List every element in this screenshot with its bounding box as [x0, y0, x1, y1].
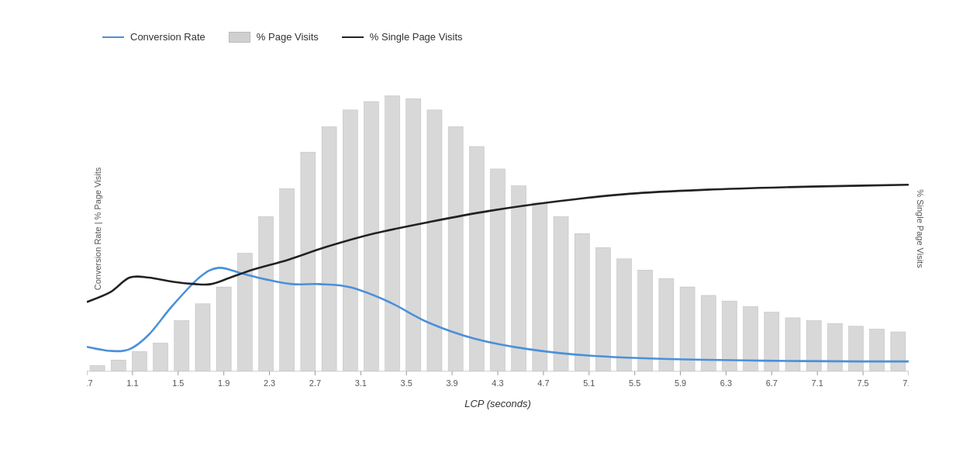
svg-rect-3	[154, 344, 168, 371]
svg-text:2.3: 2.3	[264, 378, 275, 387]
svg-rect-27	[659, 278, 674, 371]
svg-text:7.9: 7.9	[902, 378, 909, 387]
svg-text:1.5: 1.5	[172, 378, 184, 387]
svg-rect-19	[490, 169, 505, 371]
svg-text:0.7: 0.7	[87, 378, 93, 387]
chart-area: Conversion Rate | % Page Visits % Single…	[87, 66, 909, 392]
legend-line-black	[342, 36, 364, 38]
legend-bar-gray	[229, 32, 250, 43]
svg-rect-14	[385, 96, 400, 371]
svg-rect-33	[785, 318, 800, 371]
svg-rect-0	[90, 366, 105, 371]
svg-rect-8	[259, 217, 274, 371]
svg-text:3.5: 3.5	[401, 378, 412, 387]
svg-rect-36	[849, 326, 864, 371]
svg-rect-11	[322, 127, 336, 371]
svg-text:5.1: 5.1	[583, 378, 595, 387]
svg-rect-5	[195, 304, 210, 371]
svg-rect-38	[891, 332, 906, 371]
svg-text:7.5: 7.5	[857, 378, 868, 387]
svg-rect-32	[764, 312, 779, 371]
svg-text:6.3: 6.3	[720, 378, 732, 387]
svg-text:6.7: 6.7	[766, 378, 778, 387]
svg-rect-34	[806, 321, 821, 371]
svg-rect-22	[554, 217, 568, 371]
svg-text:4.7: 4.7	[537, 378, 549, 387]
svg-rect-35	[827, 323, 842, 371]
x-axis-label: LCP (seconds)	[87, 398, 909, 409]
svg-rect-4	[174, 321, 189, 371]
y-axis-right-label: % Single Page Visits	[915, 189, 924, 268]
svg-rect-37	[870, 329, 885, 371]
svg-text:7.1: 7.1	[812, 378, 823, 387]
svg-rect-6	[216, 287, 231, 371]
legend-label-single-page-visits: % Single Page Visits	[370, 31, 463, 43]
svg-text:1.9: 1.9	[218, 378, 229, 387]
svg-rect-21	[533, 202, 547, 371]
chart-svg: 0.71.11.51.92.32.73.13.53.94.34.75.15.55…	[87, 66, 909, 392]
svg-rect-25	[617, 259, 632, 371]
chart-container: Conversion Rate % Page Visits % Single P…	[25, 16, 955, 457]
svg-rect-1	[111, 360, 126, 371]
svg-text:4.3: 4.3	[492, 378, 503, 387]
svg-rect-10	[301, 152, 316, 371]
svg-rect-16	[427, 110, 442, 371]
y-axis-left-label: Conversion Rate | % Page Visits	[93, 167, 102, 291]
svg-rect-9	[280, 188, 295, 371]
svg-rect-15	[406, 98, 421, 371]
bars-group	[90, 96, 906, 371]
svg-rect-2	[132, 351, 147, 371]
svg-rect-26	[638, 270, 653, 371]
svg-text:1.1: 1.1	[126, 378, 138, 387]
svg-rect-23	[575, 233, 589, 371]
legend-line-blue	[102, 36, 124, 38]
legend-conversion-rate: Conversion Rate	[102, 31, 205, 43]
legend-label-conversion-rate: Conversion Rate	[130, 31, 205, 43]
svg-rect-20	[512, 186, 526, 371]
svg-text:5.9: 5.9	[675, 378, 686, 387]
chart-legend: Conversion Rate % Page Visits % Single P…	[87, 31, 909, 43]
svg-text:5.5: 5.5	[629, 378, 640, 387]
svg-text:3.1: 3.1	[355, 378, 367, 387]
svg-rect-24	[595, 247, 610, 371]
legend-page-visits: % Page Visits	[229, 31, 319, 43]
x-ticks-group: 0.71.11.51.92.32.73.13.53.94.34.75.15.55…	[87, 371, 909, 388]
legend-single-page-visits: % Single Page Visits	[342, 31, 463, 43]
svg-text:2.7: 2.7	[309, 378, 321, 387]
svg-text:3.9: 3.9	[446, 378, 457, 387]
legend-label-page-visits: % Page Visits	[257, 31, 319, 43]
